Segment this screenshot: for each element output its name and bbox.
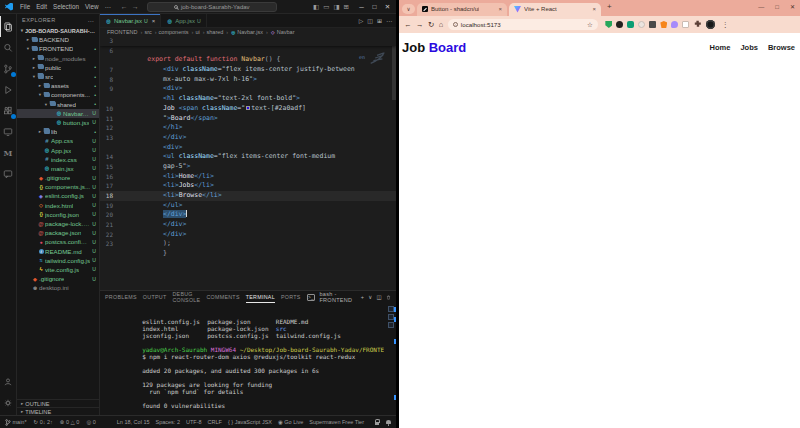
code-line[interactable]: 9 Job <span className="text-[#2a0adf] [100,84,396,94]
code-line[interactable]: ">Board</span> [100,94,396,104]
explorer-item[interactable]: .gitignore U [17,173,99,182]
explorer-item[interactable]: package.json U [17,228,99,237]
toggle-secondary-sidebar-icon[interactable]: ◨ [333,3,339,11]
supermaven-icon[interactable]: M [0,142,17,163]
editor-tab[interactable]: Navbar.jsx U × [100,14,161,27]
tab-search-icon[interactable]: ∨ [402,4,415,14]
nav-link[interactable]: Jobs [740,43,758,52]
close-tab-icon[interactable]: × [498,6,502,12]
code-line[interactable]: 14 <li>Home</li> [100,152,396,162]
reload-icon[interactable]: ↻ [428,20,434,29]
search-icon[interactable] [0,37,17,58]
new-tab-button[interactable]: + [607,2,612,11]
close-tab-icon[interactable]: × [592,6,596,12]
grid-extension-icon[interactable] [649,21,656,28]
kill-terminal-icon[interactable] [386,294,391,301]
code-line[interactable]: 21 ); [100,220,396,230]
status-bar-item[interactable]: UTF-8 [186,419,202,425]
git-branch-indicator[interactable]: main* [5,419,27,426]
split-editor-icon[interactable]: ◫ [367,17,373,24]
dark-circle-extension-icon[interactable] [616,21,623,28]
explorer-item[interactable]: main.jsx U [17,164,99,173]
split-terminal-icon[interactable]: ◫ [376,294,382,300]
history-back-icon[interactable]: ← [119,3,130,10]
code-line[interactable]: 7 <div> [100,65,396,75]
explorer-item[interactable]: lib • [17,127,99,136]
breadcrumb-item[interactable]: Navbar [270,29,300,35]
explorer-item[interactable]: shared • [17,100,99,109]
menubar-item[interactable]: View [82,3,102,10]
browser-tab-active[interactable]: Vite + React × [509,3,601,17]
panel-tab[interactable]: PORTS [281,291,301,303]
run-debug-icon[interactable] [0,79,17,100]
explorer-item[interactable]: eslint.config.js U [17,191,99,200]
toggle-sidebar-icon[interactable]: ◧ [313,3,319,11]
panel-tab[interactable]: COMMENTS [206,291,239,303]
browser-menu-icon[interactable]: ⋮ [720,21,731,29]
explorer-icon[interactable] [0,16,17,37]
notifications-bell-icon[interactable] [386,420,391,425]
menubar-item[interactable]: Edit [33,3,50,10]
code-editor[interactable]: 6 <div className="flex items-center just… [100,36,396,290]
code-line[interactable]: 10 </h1> [100,104,396,114]
history-forward-icon[interactable]: → [130,3,141,10]
source-control-icon[interactable] [0,58,17,79]
sticky-scroll-line[interactable]: 3 export default function Navbar() { [100,36,396,46]
editor-more-actions-icon[interactable]: ⋯ [386,17,392,24]
explorer-item[interactable]: tailwind.config.js U [17,256,99,265]
explorer-item[interactable]: jsconfig.json U [17,210,99,219]
menubar-item[interactable]: ⋯ [101,3,113,10]
maximize-button[interactable]: □ [368,3,381,11]
explorer-item[interactable]: src • [17,72,99,81]
status-bar-item[interactable]: Spaces: 2 [156,419,180,425]
toggle-panel-icon[interactable]: ▭ [323,3,329,11]
problems-indicator[interactable]: ⊗ 0 △ 0 [60,419,80,425]
code-line[interactable]: 8 <h1 className="text-2xl font-bold"> [100,75,396,85]
bookmark-star-icon[interactable]: ☆ [587,21,593,29]
sidebar-section-header[interactable]: OUTLINE [17,399,99,407]
breadcrumb-item[interactable]: shared [207,29,231,35]
explorer-item[interactable]: FRONTEND • [17,44,99,53]
ports-indicator[interactable]: ◎ 0 [86,419,95,425]
site-info-icon[interactable]: i [453,22,458,27]
extensions-puzzle-icon[interactable] [694,20,702,30]
menubar-item[interactable]: Selection [50,3,82,10]
menubar-item[interactable]: File [17,3,33,10]
code-line[interactable]: gap-5"> [100,143,396,153]
code-line[interactable]: 15 <li>Jobs</li> [100,162,396,172]
editor-tab[interactable]: App.jsx U [161,14,206,27]
breadcrumb-item[interactable]: Navbar.jsx [230,29,270,35]
back-icon[interactable]: ← [404,20,412,29]
minimize-button[interactable]: — [758,4,764,10]
panel-tab[interactable]: PROBLEMS [105,291,137,303]
code-line[interactable]: 22 } [100,230,396,240]
profile-avatar[interactable] [706,20,715,29]
new-terminal-icon[interactable]: + [361,294,365,300]
settings-gear-icon[interactable] [0,392,17,413]
customize-layout-icon[interactable]: ⊞ [344,3,349,11]
status-bar-item[interactable]: Supermaven Free Tier [309,419,364,425]
explorer-item[interactable]: button.jsx U [17,118,99,127]
browser-tab[interactable]: Button - shadcn/ui × [417,3,507,17]
breadcrumb-item[interactable]: src [144,29,158,35]
remote-explorer-icon[interactable] [0,121,17,142]
shield-extension-icon[interactable] [605,21,612,28]
status-bar-item[interactable]: ◉ Go Live [278,419,303,425]
breadcrumb-item[interactable]: FRONTEND [107,29,144,35]
explorer-item[interactable]: postcss.config.js U [17,237,99,246]
terminal-session-name[interactable]: bash - FRONTEND [319,291,356,303]
explorer-more-actions-icon[interactable]: ⋯ [88,17,94,24]
code-line[interactable]: 19 </div> [100,201,396,211]
code-line[interactable]: 18 </div> [100,191,396,201]
status-bar-item[interactable]: { } JavaScript JSX [228,419,272,425]
light-circle-extension-icon[interactable] [638,21,645,28]
editor-layout-icon[interactable]: ⊞ [377,17,382,24]
forward-icon[interactable]: → [416,20,424,29]
chat-icon[interactable] [0,163,17,184]
accounts-icon[interactable] [0,371,17,392]
purple-extension-icon[interactable] [671,21,678,28]
explorer-item[interactable]: .gitignore U [17,274,99,283]
close-button[interactable]: ✕ [790,3,795,10]
home-icon[interactable]: ⌂ [439,20,444,29]
run-file-icon[interactable]: ▷ [359,17,364,24]
